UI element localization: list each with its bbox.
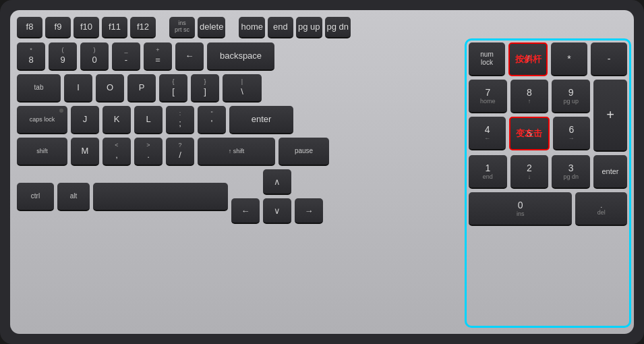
key-f9[interactable]: f9 [45, 17, 71, 38]
key-num6[interactable]: 6 → [553, 117, 590, 150]
numpad-row-1: numlock / 按斜杆 * - [469, 42, 627, 76]
key-f8[interactable]: f8 [17, 17, 42, 38]
keyboard-frame: f8 f9 f10 f11 f12 insprt sc delete home … [10, 10, 634, 334]
numpad-row-456: 4 ← 5 变左击 6 → [469, 117, 590, 150]
key-i[interactable]: I [64, 74, 92, 103]
key-m[interactable]: M [71, 138, 99, 166]
key-lbracket[interactable]: {[ [159, 74, 187, 103]
key-end[interactable]: end [268, 17, 293, 38]
key-minus[interactable]: _- [112, 42, 140, 71]
key-arrow-left-sym[interactable]: ← [175, 42, 204, 71]
key-quote[interactable]: "' [198, 106, 226, 134]
key-numpad-asterisk[interactable]: * [551, 42, 587, 76]
keyboard-left: *8 (9 )0 _- += ← backspace tab I O P {[ … [17, 42, 463, 324]
keyboard-container: f8 f9 f10 f11 f12 insprt sc delete home … [0, 0, 644, 344]
numpad-section: numlock / 按斜杆 * - [469, 42, 627, 324]
key-8[interactable]: *8 [17, 42, 45, 71]
key-arrow-up[interactable]: ∧ [263, 169, 291, 195]
key-l[interactable]: L [134, 106, 163, 134]
key-numpad-slash[interactable]: / 按斜杆 [508, 42, 548, 76]
qwerty-row: tab I O P {[ }] |\ [17, 74, 463, 103]
key-backspace[interactable]: backspace [207, 42, 274, 71]
key-num5[interactable]: 5 变左击 [509, 117, 549, 150]
numpad-row-789: 7 home 8 ↑ 9 pg up [469, 80, 590, 113]
home-row: caps lock J K L :; "' enter [17, 106, 463, 134]
numpad-row-2-plus: 7 home 8 ↑ 9 pg up [469, 80, 627, 152]
key-prtsc[interactable]: insprt sc [169, 17, 195, 38]
key-numpad-plus[interactable]: + [593, 80, 627, 152]
key-f10[interactable]: f10 [74, 17, 99, 38]
key-num1[interactable]: 1 end [469, 155, 507, 189]
fn-row: f8 f9 f10 f11 f12 insprt sc delete home … [17, 17, 627, 38]
key-p[interactable]: P [127, 74, 156, 103]
shift-row: shift M <, >. ?/ ↑ shift pause [17, 138, 463, 166]
numpad-789-col: 7 home 8 ↑ 9 pg up [469, 80, 590, 152]
caps-indicator [59, 109, 63, 113]
key-numpad-minus[interactable]: - [591, 42, 627, 76]
key-num8[interactable]: 8 ↑ [510, 80, 549, 113]
bottom-row: ctrl alt ← ∧ ∨ → [17, 169, 463, 224]
key-num9[interactable]: 9 pg up [552, 80, 590, 113]
key-num3[interactable]: 3 pg dn [552, 155, 590, 189]
key-num4[interactable]: 4 ← [469, 117, 506, 150]
key-0[interactable]: )0 [80, 42, 109, 71]
key-rbracket[interactable]: }] [191, 74, 219, 103]
n5-annotation: 变左击 [516, 127, 542, 140]
key-caps-lock[interactable]: caps lock [17, 106, 67, 134]
key-lshift[interactable]: shift [17, 138, 67, 166]
keyboard-main: *8 (9 )0 _- += ← backspace tab I O P {[ … [17, 42, 627, 324]
key-numlock[interactable]: numlock [469, 42, 505, 76]
key-j[interactable]: J [71, 106, 99, 134]
key-comma[interactable]: <, [103, 138, 131, 166]
key-num7[interactable]: 7 home [469, 80, 507, 113]
key-ctrl[interactable]: ctrl [17, 183, 54, 211]
key-rshift[interactable]: ↑ shift [198, 138, 275, 166]
key-alt[interactable]: alt [57, 183, 90, 211]
key-period[interactable]: >. [134, 138, 163, 166]
key-delete[interactable]: delete [198, 17, 225, 38]
key-num0[interactable]: 0 ins [469, 192, 572, 226]
arrow-up-down: ∧ ∨ [263, 169, 291, 224]
numpad-row-123-enter: 1 end 2 ↓ 3 pg dn enter [469, 155, 627, 189]
key-f12[interactable]: f12 [130, 17, 156, 38]
key-tab[interactable]: tab [17, 74, 61, 103]
key-o[interactable]: O [96, 74, 124, 103]
key-numdel[interactable]: . del [575, 192, 627, 226]
key-backslash[interactable]: |\ [223, 74, 262, 103]
key-equal[interactable]: += [144, 42, 172, 71]
key-semicolon[interactable]: :; [166, 106, 194, 134]
key-pgup[interactable]: pg up [296, 17, 322, 38]
key-k[interactable]: K [103, 106, 131, 134]
key-9[interactable]: (9 [49, 42, 77, 71]
key-pgdn[interactable]: pg dn [325, 17, 351, 38]
key-num2[interactable]: 2 ↓ [510, 155, 549, 189]
key-arrow-down[interactable]: ∨ [263, 198, 291, 224]
key-numpad-enter[interactable]: enter [593, 155, 627, 189]
key-arrow-right[interactable]: → [295, 198, 323, 224]
key-slash[interactable]: ?/ [166, 138, 194, 166]
slash-annotation: 按斜杆 [515, 53, 541, 65]
key-arrow-left[interactable]: ← [231, 198, 260, 224]
key-space[interactable] [93, 183, 228, 211]
key-enter[interactable]: enter [229, 106, 293, 134]
arrow-cluster: ← ∧ ∨ → [231, 169, 323, 224]
numpad-123-col: 1 end 2 ↓ 3 pg dn [469, 155, 590, 189]
key-home[interactable]: home [239, 17, 265, 38]
number-row: *8 (9 )0 _- += ← backspace [17, 42, 463, 71]
numpad-row-0del: 0 ins . del [469, 192, 627, 226]
key-f11[interactable]: f11 [102, 17, 127, 38]
key-pause[interactable]: pause [279, 138, 329, 166]
